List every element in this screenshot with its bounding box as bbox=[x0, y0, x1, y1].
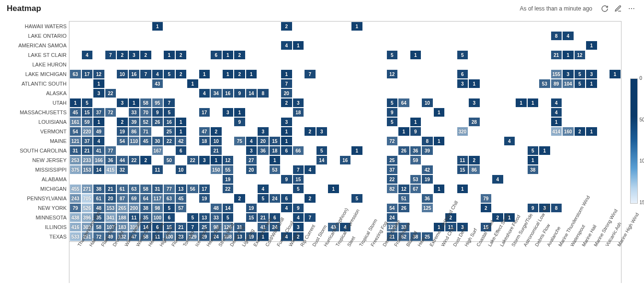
heatmap-cell[interactable]: 36 bbox=[421, 194, 433, 203]
heatmap-cell[interactable] bbox=[293, 79, 305, 88]
heatmap-cell[interactable] bbox=[210, 184, 222, 194]
heatmap-cell[interactable]: 271 bbox=[81, 184, 93, 194]
heatmap-cell[interactable] bbox=[316, 31, 328, 41]
heatmap-cell[interactable] bbox=[105, 174, 117, 184]
heatmap-cell[interactable] bbox=[246, 79, 258, 88]
heatmap-cell[interactable] bbox=[598, 155, 610, 165]
heatmap-cell[interactable] bbox=[140, 41, 152, 50]
heatmap-cell[interactable] bbox=[199, 117, 211, 127]
heatmap-cell[interactable] bbox=[410, 222, 422, 232]
heatmap-cell[interactable] bbox=[504, 41, 516, 50]
heatmap-cell[interactable] bbox=[163, 41, 175, 50]
heatmap-cell[interactable] bbox=[304, 98, 316, 108]
heatmap-cell[interactable] bbox=[445, 79, 457, 88]
heatmap-cell[interactable] bbox=[93, 31, 105, 41]
heatmap-cell[interactable]: 1 bbox=[152, 22, 164, 31]
heatmap-cell[interactable]: 2 bbox=[281, 22, 293, 31]
heatmap-cell[interactable] bbox=[598, 194, 610, 203]
heatmap-cell[interactable] bbox=[316, 79, 328, 88]
heatmap-cell[interactable] bbox=[421, 108, 433, 117]
heatmap-cell[interactable]: 22 bbox=[386, 174, 398, 184]
heatmap-cell[interactable]: 5 bbox=[163, 69, 175, 79]
heatmap-cell[interactable] bbox=[328, 22, 339, 31]
heatmap-cell[interactable]: 200 bbox=[128, 203, 140, 213]
heatmap-cell[interactable] bbox=[410, 69, 422, 79]
heatmap-cell[interactable] bbox=[328, 98, 339, 108]
heatmap-cell[interactable]: 5 bbox=[163, 203, 175, 213]
heatmap-cell[interactable] bbox=[304, 146, 316, 155]
heatmap-cell[interactable] bbox=[316, 108, 328, 117]
heatmap-cell[interactable] bbox=[293, 22, 305, 31]
heatmap-cell[interactable]: 61 bbox=[93, 194, 105, 203]
heatmap-cell[interactable]: 56 bbox=[187, 184, 199, 194]
heatmap-cell[interactable]: 31 bbox=[69, 146, 81, 155]
heatmap-cell[interactable] bbox=[433, 146, 445, 155]
heatmap-cell[interactable]: 4 bbox=[152, 69, 164, 79]
heatmap-cell[interactable] bbox=[504, 69, 516, 79]
heatmap-cell[interactable] bbox=[351, 108, 363, 117]
heatmap-cell[interactable] bbox=[480, 146, 492, 155]
heatmap-cell[interactable]: 15 bbox=[293, 174, 305, 184]
heatmap-cell[interactable]: 7 bbox=[304, 213, 316, 222]
heatmap-cell[interactable] bbox=[609, 127, 621, 136]
heatmap-cell[interactable]: 100 bbox=[152, 213, 164, 222]
heatmap-cell[interactable] bbox=[234, 31, 246, 41]
heatmap-cell[interactable]: 20 bbox=[281, 88, 293, 98]
heatmap-cell[interactable] bbox=[445, 174, 457, 184]
heatmap-cell[interactable]: 36 bbox=[410, 146, 422, 155]
heatmap-cell[interactable] bbox=[551, 213, 563, 222]
heatmap-cell[interactable]: 3 bbox=[586, 69, 598, 79]
heatmap-cell[interactable]: 166 bbox=[93, 155, 105, 165]
heatmap-cell[interactable]: 8 bbox=[421, 136, 433, 146]
heatmap-cell[interactable]: 7 bbox=[187, 222, 199, 232]
heatmap-cell[interactable]: 167 bbox=[152, 146, 164, 155]
heatmap-cell[interactable]: 5 bbox=[527, 146, 539, 155]
heatmap-cell[interactable] bbox=[374, 165, 386, 174]
heatmap-cell[interactable]: 4 bbox=[551, 108, 563, 117]
heatmap-cell[interactable] bbox=[421, 60, 433, 69]
heatmap-cell[interactable] bbox=[515, 174, 527, 184]
heatmap-cell[interactable]: 5 bbox=[81, 98, 93, 108]
heatmap-cell[interactable] bbox=[187, 98, 199, 108]
heatmap-cell[interactable]: 38 bbox=[140, 203, 152, 213]
heatmap-cell[interactable] bbox=[304, 88, 316, 98]
heatmap-cell[interactable]: 41 bbox=[93, 146, 105, 155]
heatmap-cell[interactable]: 161 bbox=[69, 117, 81, 127]
heatmap-cell[interactable]: 17 bbox=[199, 184, 211, 194]
heatmap-cell[interactable] bbox=[339, 174, 351, 184]
heatmap-cell[interactable] bbox=[328, 194, 339, 203]
heatmap-cell[interactable] bbox=[128, 174, 140, 184]
heatmap-cell[interactable] bbox=[421, 69, 433, 79]
heatmap-cell[interactable] bbox=[187, 146, 199, 155]
heatmap-cell[interactable] bbox=[81, 79, 93, 88]
heatmap-cell[interactable]: 1 bbox=[175, 117, 187, 127]
heatmap-cell[interactable] bbox=[515, 155, 527, 165]
heatmap-cell[interactable]: 4 bbox=[492, 174, 504, 184]
heatmap-cell[interactable]: 58 bbox=[140, 98, 152, 108]
heatmap-cell[interactable] bbox=[187, 31, 199, 41]
heatmap-cell[interactable] bbox=[222, 146, 234, 155]
heatmap-cell[interactable] bbox=[598, 41, 610, 50]
heatmap-cell[interactable] bbox=[468, 41, 480, 50]
heatmap-cell[interactable] bbox=[515, 31, 527, 41]
heatmap-cell[interactable] bbox=[246, 117, 258, 127]
heatmap-cell[interactable] bbox=[492, 60, 504, 69]
heatmap-cell[interactable] bbox=[222, 31, 234, 41]
heatmap-cell[interactable]: 45 bbox=[175, 194, 187, 203]
heatmap-cell[interactable]: 21 bbox=[81, 146, 93, 155]
heatmap-cell[interactable] bbox=[421, 222, 433, 232]
heatmap-cell[interactable]: 19 bbox=[199, 194, 211, 203]
heatmap-cell[interactable] bbox=[445, 41, 457, 50]
heatmap-cell[interactable]: 4 bbox=[257, 184, 269, 194]
heatmap-cell[interactable] bbox=[527, 117, 539, 127]
heatmap-cell[interactable]: 4 bbox=[551, 98, 563, 108]
heatmap-cell[interactable] bbox=[457, 88, 469, 98]
heatmap-cell[interactable]: 5 bbox=[187, 213, 199, 222]
heatmap-cell[interactable] bbox=[539, 22, 551, 31]
heatmap-cell[interactable] bbox=[222, 79, 234, 88]
heatmap-cell[interactable] bbox=[269, 184, 281, 194]
heatmap-cell[interactable] bbox=[163, 88, 175, 98]
heatmap-cell[interactable] bbox=[374, 136, 386, 146]
heatmap-cell[interactable] bbox=[515, 22, 527, 31]
heatmap-cell[interactable] bbox=[199, 174, 211, 184]
